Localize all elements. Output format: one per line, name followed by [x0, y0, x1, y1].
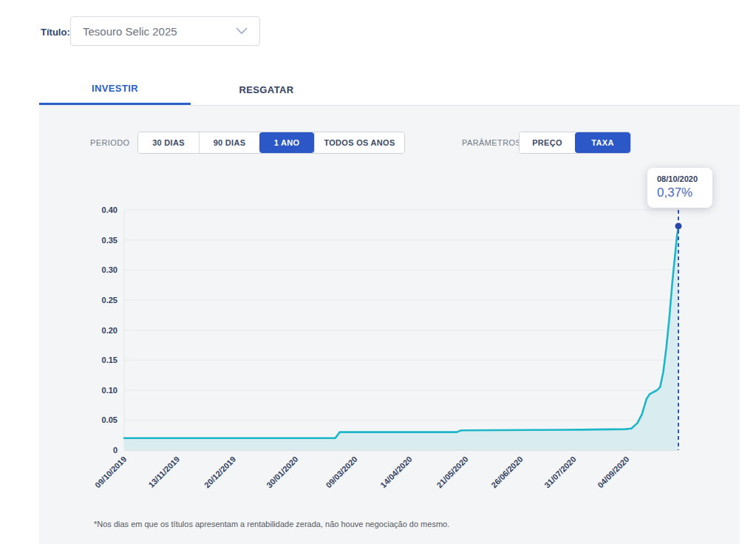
- svg-text:0.10: 0.10: [102, 386, 118, 395]
- svg-text:0.20: 0.20: [102, 326, 118, 335]
- svg-text:26/06/2020: 26/06/2020: [489, 455, 524, 489]
- svg-text:0.40: 0.40: [102, 205, 118, 214]
- svg-text:0.35: 0.35: [102, 236, 118, 245]
- svg-text:20/12/2019: 20/12/2019: [202, 455, 237, 489]
- svg-text:0.25: 0.25: [102, 296, 118, 305]
- svg-text:21/05/2020: 21/05/2020: [435, 455, 469, 489]
- chart-tooltip: 08/10/2020 0,37%: [647, 168, 712, 208]
- svg-text:04/09/2020: 04/09/2020: [596, 455, 630, 489]
- svg-text:09/10/2019: 09/10/2019: [93, 455, 128, 489]
- svg-text:0: 0: [113, 446, 118, 455]
- svg-text:0.15: 0.15: [102, 356, 118, 364]
- tesouro-rate-page: Título: Tesouro Selic 2025 INVESTIR RESG…: [0, 0, 756, 544]
- svg-text:09/03/2020: 09/03/2020: [324, 455, 358, 489]
- svg-text:14/04/2020: 14/04/2020: [378, 455, 413, 489]
- rate-area-chart[interactable]: 00.050.100.150.200.250.300.350.4009/10/2…: [0, 0, 756, 544]
- tooltip-date: 08/10/2020: [657, 174, 703, 183]
- svg-text:0.05: 0.05: [102, 415, 118, 424]
- svg-text:30/01/2020: 30/01/2020: [265, 455, 299, 489]
- svg-text:0.30: 0.30: [102, 265, 118, 274]
- svg-text:13/11/2019: 13/11/2019: [146, 455, 181, 489]
- svg-text:31/07/2020: 31/07/2020: [542, 455, 577, 489]
- tooltip-value: 0,37%: [657, 186, 703, 200]
